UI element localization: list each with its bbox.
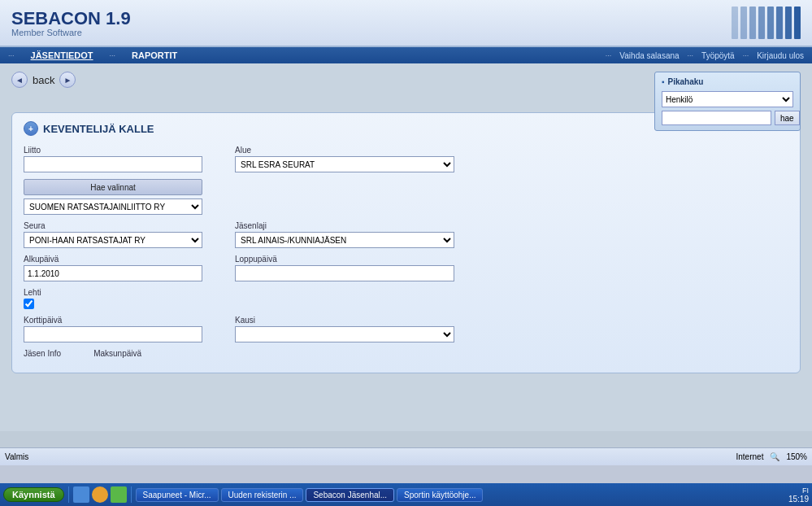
member-section-panel: + KEVENTELIJÄ KALLE Liitto Alue SRL ESRA…	[11, 112, 801, 373]
app-nav: ··· JÄSENTIEDOT ··· RAPORTIT ··· Vaihda …	[0, 47, 812, 63]
back-next-button[interactable]: ►	[59, 72, 76, 88]
korttipaiva-label: Korttipäivä	[24, 316, 202, 325]
lehti-label: Lehti	[24, 288, 41, 297]
nav-kirjaudu-ulos[interactable]: Kirjaudu ulos	[757, 51, 804, 60]
taskbar-item-3[interactable]: Sebacon Jäsenhal...	[306, 488, 394, 502]
back-prev-button[interactable]: ◄	[11, 72, 28, 88]
pikahaku-type-select[interactable]: Henkilö Yhdistys Seura	[662, 91, 793, 107]
form-group-maksupaiva: Maksunpäivä	[93, 349, 141, 358]
pikahaku-title: ▪ Pikahaku	[662, 77, 793, 86]
loppupaiva-input[interactable]	[235, 265, 454, 281]
nav-vaihda-salasana[interactable]: Vaihda salasana	[619, 51, 679, 60]
app-wrapper: SEBACON 1.9 Member Software ··· JÄSENTIE…	[0, 0, 812, 465]
status-bar: Valmis Internet 🔍 150%	[0, 447, 812, 465]
status-text: Valmis	[5, 452, 28, 461]
nav-links: ··· JÄSENTIEDOT ··· RAPORTIT	[8, 50, 177, 60]
taskbar-item-2[interactable]: Uuden rekisterin ...	[221, 488, 304, 502]
app-body: ◄ back ► ▪ Pikahaku Henkilö Yhdistys Seu…	[0, 63, 812, 431]
form-group-jaseninfo: Jäsen Info	[24, 349, 61, 358]
person-name-title: KEVENTELIJÄ KALLE	[43, 123, 154, 135]
app-logo-title: SEBACON 1.9	[11, 8, 131, 29]
form-group-lehti: Lehti	[24, 288, 41, 309]
seura-label: Seura	[24, 221, 202, 230]
hae-valinnat-button[interactable]: Hae valinnat	[24, 179, 202, 195]
nav-tyopoyta[interactable]: Työpöytä	[701, 51, 735, 60]
pikahaku-box: ▪ Pikahaku Henkilö Yhdistys Seura hae	[654, 72, 801, 131]
form-row-korttipaiva-kausi: Korttipäivä Kausi	[24, 316, 788, 342]
loppupaiva-label: Loppupäivä	[235, 255, 454, 264]
back-label[interactable]: back	[33, 74, 54, 86]
nav-raportit[interactable]: RAPORTIT	[132, 50, 177, 60]
taskbar-folder-icon[interactable]	[92, 486, 108, 503]
alue-label: Alue	[235, 146, 454, 155]
form-row-lehti: Lehti	[24, 288, 788, 309]
form-group-loppupaiva: Loppupäivä	[235, 255, 454, 281]
taskbar-item-1[interactable]: Saapuneet - Micr...	[136, 488, 219, 502]
start-button[interactable]: Käynnistä	[3, 487, 64, 502]
form-group-alue: Alue SRL ESRA SEURAT	[235, 146, 454, 172]
liitto-label: Liitto	[24, 146, 202, 155]
form-row-hae: Hae valinnat SUOMEN RATSASTAJAINLIITTO R…	[24, 179, 788, 215]
nav-right: ··· Vaihda salasana ··· Työpöytä ··· Kir…	[606, 51, 804, 60]
form-row-jaseninfo-maksu: Jäsen Info Maksunpäivä	[24, 349, 788, 358]
jasenlaji-label: Jäsenlaji	[235, 221, 454, 230]
taskbar-item-4[interactable]: Sportin käyttöohje...	[397, 488, 483, 502]
alue-select[interactable]: SRL ESRA SEURAT	[235, 156, 454, 172]
liitto-input[interactable]	[24, 156, 202, 172]
form-group-kausi: Kausi	[235, 316, 454, 342]
jaseninfo-label: Jäsen Info	[24, 349, 61, 358]
status-internet: Internet	[736, 452, 764, 461]
zoom-level: 150%	[786, 452, 807, 461]
nav-jasenetiedot[interactable]: JÄSENTIEDOT	[31, 50, 93, 60]
app-header: SEBACON 1.9 Member Software	[0, 0, 812, 47]
pikahaku-search-button[interactable]: hae	[775, 111, 800, 125]
korttipaiva-input[interactable]	[24, 326, 202, 342]
taskbar: Käynnistä Saapuneet - Micr... Uuden reki…	[0, 483, 812, 506]
taskbar-clock: FI 15:19	[788, 486, 809, 504]
liitto-select[interactable]: SUOMEN RATSASTAJAINLIITTO RY	[24, 198, 202, 215]
form-group-korttipaiva: Korttipäivä	[24, 316, 202, 342]
form-group-liitto: Liitto	[24, 146, 202, 172]
taskbar-lang: FI	[788, 486, 809, 495]
form-group-jasenlaji: Jäsenlaji SRL AINAIS-/KUNNIAJÄSEN	[235, 221, 454, 248]
pikahaku-search-row: hae	[662, 111, 793, 125]
app-logo-subtitle: Member Software	[11, 28, 131, 37]
pikahaku-search-input[interactable]	[662, 111, 771, 125]
form-row-seura-jasenlaji: Seura PONI-HAAN RATSASTAJAT RY Jäsenlaji…	[24, 221, 788, 248]
kausi-label: Kausi	[235, 316, 454, 325]
jasenlaji-select[interactable]: SRL AINAIS-/KUNNIAJÄSEN	[235, 232, 454, 248]
alkupaiva-input[interactable]	[24, 265, 202, 281]
zoom-icon: 🔍	[770, 452, 779, 461]
alkupaiva-label: Alkupäivä	[24, 255, 202, 264]
form-group-alkupaiva: Alkupäivä	[24, 255, 202, 281]
maksupaiva-label: Maksunpäivä	[93, 349, 141, 358]
form-row-dates: Alkupäivä Loppupäivä	[24, 255, 788, 281]
app-logo: SEBACON 1.9 Member Software	[11, 8, 131, 37]
pikahaku-icon: ▪	[662, 77, 665, 86]
logo-stripes	[732, 7, 801, 39]
form-row-liitto-alue: Liitto Alue SRL ESRA SEURAT	[24, 146, 788, 172]
taskbar-app-icon[interactable]	[111, 486, 127, 503]
taskbar-ie-icon[interactable]	[73, 486, 89, 503]
section-title-icon[interactable]: +	[24, 121, 38, 136]
taskbar-time: 15:19	[788, 495, 809, 504]
form-group-hae-select: Hae valinnat SUOMEN RATSASTAJAINLIITTO R…	[24, 179, 202, 215]
kausi-select[interactable]	[235, 326, 454, 342]
lehti-checkbox[interactable]	[24, 299, 34, 309]
seura-select[interactable]: PONI-HAAN RATSASTAJAT RY	[24, 232, 202, 248]
form-group-seura: Seura PONI-HAAN RATSASTAJAT RY	[24, 221, 202, 248]
